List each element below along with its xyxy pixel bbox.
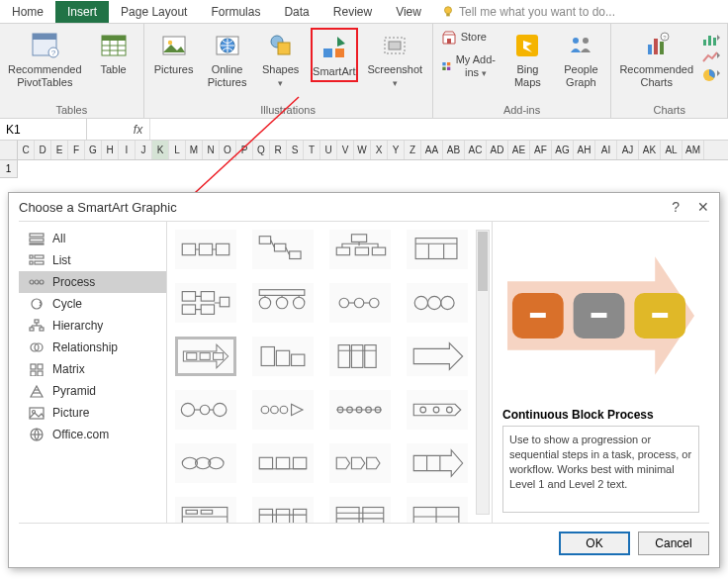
chart-type-icon[interactable] (701, 32, 721, 48)
category-process[interactable]: Process (19, 271, 166, 293)
layout-thumb[interactable] (252, 390, 314, 430)
column-header[interactable]: F (68, 141, 85, 159)
select-all-corner[interactable] (0, 141, 18, 159)
column-header[interactable]: AC (465, 141, 487, 159)
column-header[interactable]: W (354, 141, 371, 159)
column-header[interactable]: AM (682, 141, 704, 159)
bing-maps-button[interactable]: Bing Maps (503, 28, 551, 91)
tab-view[interactable]: View (384, 1, 433, 23)
layout-thumb[interactable] (175, 497, 236, 523)
tab-insert[interactable]: Insert (55, 1, 109, 23)
formula-input[interactable] (150, 119, 728, 140)
screenshot-button[interactable]: Screenshot (364, 28, 426, 91)
tab-data[interactable]: Data (272, 1, 320, 23)
category-hierarchy[interactable]: Hierarchy (19, 315, 166, 337)
column-header[interactable]: AD (487, 141, 508, 159)
layout-thumb[interactable] (252, 443, 314, 483)
category-cycle[interactable]: Cycle (19, 293, 166, 315)
column-header[interactable]: AL (661, 141, 682, 159)
close-button[interactable]: ✕ (697, 199, 709, 215)
column-header[interactable]: AF (530, 141, 552, 159)
recommended-pivottables-button[interactable]: ? Recommended PivotTables (6, 28, 84, 91)
column-header[interactable]: I (119, 141, 136, 159)
layout-thumb[interactable] (252, 497, 314, 523)
tab-formulas[interactable]: Formulas (199, 1, 272, 23)
smartart-button[interactable]: SmartArt (311, 28, 358, 82)
column-header[interactable]: D (35, 141, 51, 159)
column-header[interactable]: T (304, 141, 320, 159)
category-matrix[interactable]: Matrix (19, 358, 166, 380)
chart-type-icon[interactable] (701, 67, 721, 83)
layout-thumb[interactable] (252, 230, 314, 269)
category-office-com[interactable]: Office.com (19, 424, 166, 445)
cancel-button[interactable]: Cancel (638, 532, 709, 555)
column-header[interactable]: AG (552, 141, 574, 159)
column-header[interactable]: AE (508, 141, 530, 159)
column-header[interactable]: C (18, 141, 35, 159)
column-header[interactable]: O (220, 141, 236, 159)
layout-thumb[interactable] (407, 337, 468, 376)
column-header[interactable]: V (337, 141, 354, 159)
column-header[interactable]: AK (639, 141, 661, 159)
category-relationship[interactable]: Relationship (19, 337, 166, 358)
column-header[interactable]: Y (388, 141, 405, 159)
tab-review[interactable]: Review (321, 1, 384, 23)
tab-home[interactable]: Home (0, 1, 55, 23)
layout-thumb[interactable] (252, 337, 314, 376)
column-header[interactable]: X (371, 141, 388, 159)
gallery-scrollbar[interactable] (476, 230, 490, 515)
column-header[interactable]: P (236, 141, 253, 159)
column-header[interactable]: M (186, 141, 203, 159)
column-header[interactable]: Z (405, 141, 421, 159)
layout-thumb[interactable] (329, 283, 391, 323)
my-addins-button[interactable]: My Add-ins (439, 51, 499, 81)
column-header[interactable]: R (270, 141, 287, 159)
tab-page-layout[interactable]: Page Layout (109, 1, 199, 23)
column-header[interactable]: AI (595, 141, 617, 159)
layout-thumb[interactable] (329, 230, 391, 269)
column-header[interactable]: U (320, 141, 337, 159)
layout-thumb[interactable] (407, 230, 468, 269)
layout-thumb[interactable] (407, 443, 468, 483)
layout-thumb[interactable] (407, 390, 468, 430)
column-header[interactable]: E (51, 141, 68, 159)
column-header[interactable]: J (136, 141, 152, 159)
name-box[interactable]: K1 (0, 119, 87, 140)
category-picture[interactable]: Picture (19, 402, 166, 424)
people-graph-button[interactable]: People Graph (557, 28, 604, 91)
layout-thumb[interactable] (252, 283, 314, 323)
column-header[interactable]: AA (421, 141, 443, 159)
column-header[interactable]: AH (574, 141, 595, 159)
chart-type-icon[interactable] (701, 49, 721, 65)
layout-thumb[interactable] (407, 497, 468, 523)
category-all[interactable]: All (19, 228, 166, 249)
column-header[interactable]: N (203, 141, 220, 159)
layout-thumb[interactable] (407, 283, 468, 323)
column-header[interactable]: AJ (617, 141, 639, 159)
table-button[interactable]: Table (90, 28, 137, 78)
pictures-button[interactable]: Pictures (150, 28, 198, 78)
layout-thumb[interactable] (175, 390, 236, 430)
recommended-charts-button[interactable]: ? Recommended Charts (617, 28, 695, 91)
category-pyramid[interactable]: Pyramid (19, 380, 166, 402)
layout-thumb[interactable] (329, 390, 391, 430)
fx-icon[interactable]: fx (127, 119, 150, 140)
online-pictures-button[interactable]: Online Pictures (204, 28, 251, 91)
layout-thumb[interactable] (329, 337, 391, 376)
layout-thumb[interactable] (329, 497, 391, 523)
tell-me[interactable]: Tell me what you want to do... (441, 5, 615, 19)
column-header[interactable]: K (152, 141, 169, 159)
column-header[interactable]: Q (253, 141, 270, 159)
column-header[interactable]: AB (443, 141, 465, 159)
column-header[interactable]: S (287, 141, 304, 159)
layout-thumb[interactable] (329, 443, 391, 483)
column-header[interactable]: L (169, 141, 186, 159)
layout-thumb[interactable] (175, 337, 236, 376)
store-button[interactable]: Store (439, 28, 499, 48)
help-button[interactable]: ? (672, 199, 680, 215)
layout-thumb[interactable] (175, 443, 236, 483)
column-header[interactable]: H (102, 141, 119, 159)
layout-thumb[interactable] (175, 230, 236, 269)
layout-thumb[interactable] (175, 283, 236, 323)
category-list[interactable]: List (19, 249, 166, 271)
